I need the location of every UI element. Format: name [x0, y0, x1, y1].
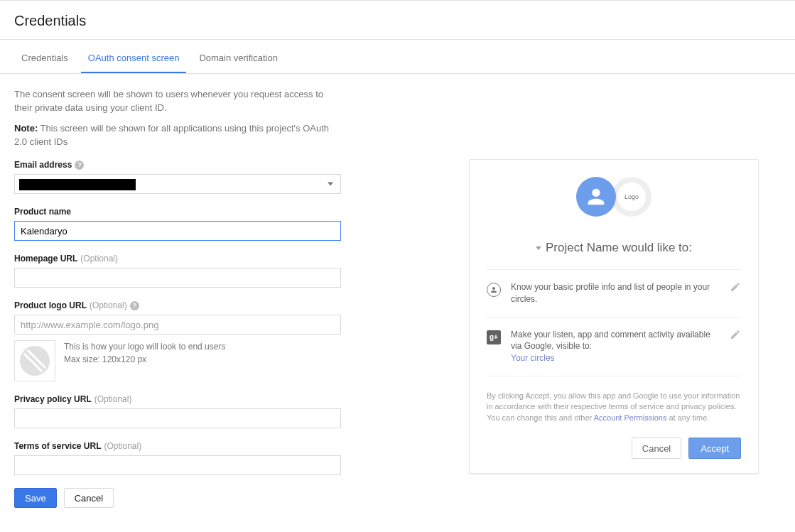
cancel-button[interactable]: Cancel — [64, 488, 114, 508]
app-logo-placeholder: Logo — [612, 177, 651, 217]
preview-column: Logo Project Name would like to: Know yo… — [469, 159, 759, 508]
pencil-icon[interactable] — [730, 329, 741, 340]
privacy-optional: (Optional) — [94, 394, 132, 404]
chevron-down-icon — [328, 183, 333, 186]
preview-title: Project Name would like to: — [546, 241, 692, 255]
permission-text: Know your basic profile info and list of… — [511, 281, 720, 305]
permission-item: Know your basic profile info and list of… — [487, 270, 741, 317]
permission-text: Make your listen, app and comment activi… — [511, 329, 720, 364]
save-button[interactable]: Save — [14, 488, 57, 508]
profile-icon — [487, 283, 501, 297]
email-label: Email address — [14, 160, 72, 170]
pencil-icon[interactable] — [730, 281, 741, 293]
disclaimer: By clicking Accept, you allow this app a… — [487, 391, 741, 423]
preview-cancel-button[interactable]: Cancel — [632, 438, 681, 459]
product-name-label: Product name — [14, 207, 71, 217]
privacy-label: Privacy policy URL — [14, 394, 92, 404]
your-circles-link[interactable]: Your circles — [511, 353, 555, 363]
product-name-input[interactable] — [14, 221, 341, 241]
user-avatar-icon — [576, 177, 616, 217]
logo-url-input[interactable] — [14, 315, 341, 335]
homepage-optional: (Optional) — [80, 254, 118, 264]
chevron-down-icon — [536, 246, 541, 250]
logo-hint-2: Max size: 120x120 px — [64, 353, 225, 366]
consent-preview: Logo Project Name would like to: Know yo… — [469, 159, 759, 474]
note-prefix: Note: — [14, 123, 38, 134]
tabs: Credentials OAuth consent screen Domain … — [0, 44, 795, 74]
email-select[interactable] — [14, 174, 341, 194]
homepage-input[interactable] — [14, 268, 341, 288]
privacy-input[interactable] — [14, 408, 341, 428]
logo-preview-box — [14, 340, 55, 381]
no-image-icon — [20, 346, 50, 376]
note: Note: This screen will be shown for all … — [14, 122, 341, 149]
description: The consent screen will be shown to user… — [14, 88, 341, 115]
logo-url-optional: (Optional) — [90, 300, 127, 310]
logo-hint-1: This is how your logo will look to end u… — [64, 340, 225, 353]
homepage-label: Homepage URL — [14, 254, 77, 264]
tab-domain-verification[interactable]: Domain verification — [192, 44, 285, 73]
preview-accept-button[interactable]: Accept — [688, 438, 741, 459]
note-text: This screen will be shown for all applic… — [14, 123, 329, 147]
page-title: Credentials — [0, 1, 795, 39]
gplus-icon: g+ — [487, 330, 501, 344]
divider — [0, 39, 795, 40]
tab-credentials[interactable]: Credentials — [14, 44, 75, 73]
tos-input[interactable] — [14, 455, 341, 475]
permission-item: g+ Make your listen, app and comment act… — [487, 317, 741, 376]
tos-label: Terms of service URL — [14, 441, 102, 451]
email-redacted — [19, 179, 136, 190]
tab-oauth-consent[interactable]: OAuth consent screen — [81, 44, 187, 73]
logo-url-label: Product logo URL — [14, 300, 87, 310]
account-permissions-link[interactable]: Account Permissions — [594, 413, 667, 422]
tos-optional: (Optional) — [104, 441, 142, 451]
help-icon[interactable]: ? — [75, 161, 84, 170]
help-icon[interactable]: ? — [130, 301, 139, 310]
form-column: The consent screen will be shown to user… — [14, 88, 341, 508]
